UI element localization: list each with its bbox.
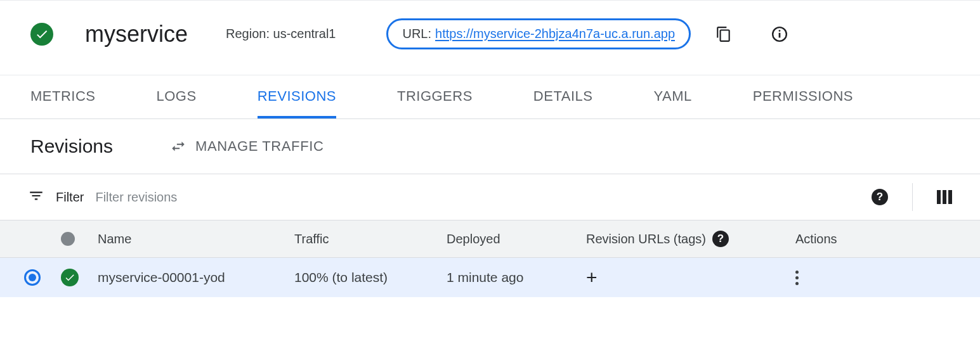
row-actions xyxy=(795,271,956,285)
col-urls-label: Revision URLs (tags) xyxy=(586,232,706,246)
row-traffic: 100% (to latest) xyxy=(294,270,447,285)
manage-traffic-label: MANAGE TRAFFIC xyxy=(195,138,323,155)
status-ok-icon xyxy=(61,269,79,286)
tab-permissions[interactable]: PERMISSIONS xyxy=(753,75,853,118)
manage-traffic-button[interactable]: MANAGE TRAFFIC xyxy=(170,138,323,155)
col-traffic-header[interactable]: Traffic xyxy=(294,232,447,246)
col-status-header xyxy=(61,232,98,246)
columns-icon[interactable] xyxy=(937,190,952,204)
url-pill: URL: https://myservice-2hbjza4n7a-uc.a.r… xyxy=(386,18,691,49)
row-urls: + xyxy=(586,267,795,288)
table-row[interactable]: myservice-00001-yod 100% (to latest) 1 m… xyxy=(0,258,980,297)
col-actions-header: Actions xyxy=(795,232,956,246)
row-deployed: 1 minute ago xyxy=(447,270,586,285)
filter-label: Filter xyxy=(56,190,84,205)
divider xyxy=(912,183,913,211)
status-ok-icon xyxy=(30,23,53,46)
service-name: myservice xyxy=(85,21,188,48)
table-header: Name Traffic Deployed Revision URLs (tag… xyxy=(0,220,980,258)
service-url-link[interactable]: https://myservice-2hbjza4n7a-uc.a.run.ap… xyxy=(435,27,675,41)
svg-point-2 xyxy=(779,30,781,32)
filter-toolbar-right: ? xyxy=(872,183,952,211)
tab-details[interactable]: DETAILS xyxy=(533,75,593,118)
col-name-header[interactable]: Name xyxy=(98,232,294,246)
service-header: myservice Region: us-central1 URL: https… xyxy=(0,0,980,75)
tab-yaml[interactable]: YAML xyxy=(653,75,691,118)
tab-metrics[interactable]: METRICS xyxy=(30,75,96,118)
filter-input[interactable] xyxy=(95,190,860,205)
filter-bar: Filter ? xyxy=(0,174,980,220)
row-radio[interactable] xyxy=(24,269,61,286)
region-label: Region: us-central1 xyxy=(226,27,336,41)
help-icon[interactable]: ? xyxy=(872,189,888,205)
status-dot-icon xyxy=(61,232,75,246)
url-prefix: URL: xyxy=(402,27,431,41)
copy-url-button[interactable] xyxy=(715,25,733,43)
col-urls-header: Revision URLs (tags) ? xyxy=(586,231,795,247)
tab-logs[interactable]: LOGS xyxy=(157,75,197,118)
info-icon[interactable] xyxy=(771,25,788,43)
add-url-button[interactable]: + xyxy=(586,267,598,288)
section-header: Revisions MANAGE TRAFFIC xyxy=(0,119,980,174)
row-name[interactable]: myservice-00001-yod xyxy=(98,270,294,285)
row-status xyxy=(61,269,98,286)
more-actions-button[interactable] xyxy=(795,271,956,285)
tabs-bar: METRICS LOGS REVISIONS TRIGGERS DETAILS … xyxy=(0,75,980,119)
help-icon[interactable]: ? xyxy=(712,231,729,247)
col-deployed-header[interactable]: Deployed xyxy=(447,232,586,246)
section-title: Revisions xyxy=(30,136,113,157)
swap-icon xyxy=(170,138,186,155)
filter-icon xyxy=(28,188,44,207)
tab-triggers[interactable]: TRIGGERS xyxy=(397,75,473,118)
tab-revisions[interactable]: REVISIONS xyxy=(258,75,336,118)
